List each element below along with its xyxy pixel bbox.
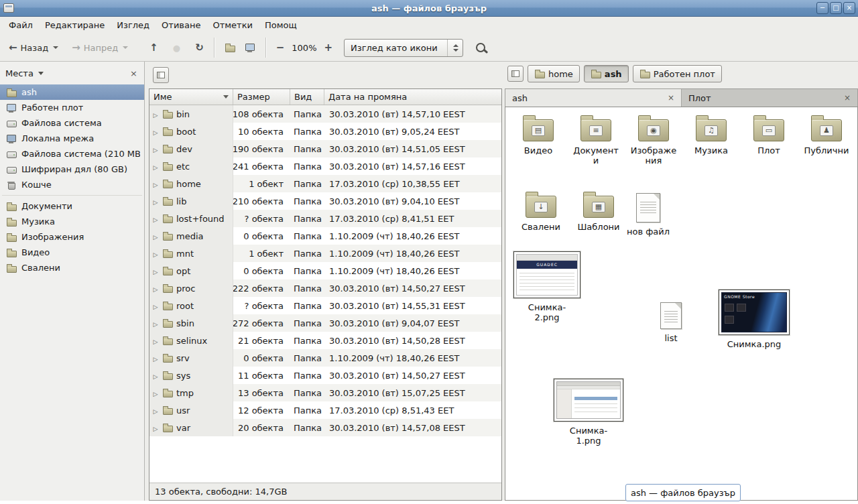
sidebar-item[interactable]: Файлова система (210 MB): [0, 146, 144, 162]
sidebar-item[interactable]: Работен плот: [0, 100, 144, 115]
table-row[interactable]: selinux 21 обекта Папка 30.03.2010 (вт) …: [149, 332, 501, 349]
file-list[interactable]: list: [643, 298, 699, 344]
table-row[interactable]: tmp 13 обекта Папка 30.03.2010 (вт) 15,0…: [149, 384, 501, 401]
expander-icon[interactable]: [152, 353, 159, 363]
column-header-type[interactable]: Вид: [290, 89, 324, 105]
folder-item[interactable]: ▤ Видео: [509, 113, 567, 166]
taskbar-window-button[interactable]: ash — файлов браузър: [625, 484, 741, 501]
sidebar-item[interactable]: Свалени: [0, 260, 144, 275]
pathbar-home-button[interactable]: home: [528, 65, 580, 82]
table-row[interactable]: sys 11 обекта Папка 30.03.2010 (вт) 14,5…: [149, 367, 501, 384]
column-header-modified[interactable]: Дата на промяна: [324, 89, 501, 105]
file-snimka-2[interactable]: GUADEC Снимка-2.png: [513, 251, 580, 323]
table-row[interactable]: lost+found ? обекта Папка 17.03.2010 (ср…: [149, 210, 501, 227]
sidebar-item[interactable]: Видео: [0, 245, 144, 260]
expander-icon[interactable]: [152, 318, 159, 328]
computer-button[interactable]: [240, 37, 260, 59]
pathbar-current-button[interactable]: ash: [584, 65, 629, 82]
table-row[interactable]: lib 210 обекта Папка 30.03.2010 (вт) 9,0…: [149, 192, 501, 210]
sidebar-item[interactable]: Кошче: [0, 177, 144, 192]
view-mode-select[interactable]: Изглед като икони: [344, 39, 463, 57]
sidebar-item[interactable]: Локална мрежа: [0, 131, 144, 146]
expander-icon[interactable]: [152, 388, 159, 398]
expander-icon[interactable]: [152, 231, 159, 241]
expander-icon[interactable]: [152, 371, 159, 381]
maximize-button[interactable]: □: [830, 2, 842, 14]
expander-icon[interactable]: [152, 249, 159, 259]
table-row[interactable]: usr 12 обекта Папка 17.03.2010 (ср) 8,51…: [149, 401, 501, 419]
folder-item[interactable]: ↓ Свалени: [512, 189, 570, 233]
up-button[interactable]: [145, 37, 163, 59]
table-row[interactable]: dev 190 обекта Папка 30.03.2010 (вт) 14,…: [149, 140, 501, 158]
zoom-out-button[interactable]: [271, 37, 290, 59]
folder-item[interactable]: ◉ Изображения: [625, 113, 682, 166]
sidebar-item[interactable]: Шифриран дял (80 GB): [0, 162, 144, 177]
table-row[interactable]: root ? обекта Папка 30.03.2010 (вт) 14,5…: [149, 297, 501, 314]
table-row[interactable]: var 20 обекта Папка 30.03.2010 (вт) 14,5…: [149, 419, 501, 436]
sidebar-item[interactable]: ash: [0, 84, 144, 100]
table-row[interactable]: srv 0 обекта Папка 1.10.2009 (чт) 18,40,…: [149, 349, 501, 367]
sidebar-item[interactable]: Документи: [0, 198, 144, 214]
file-snimka-1[interactable]: Снимка-1.png: [554, 379, 623, 446]
folder-item[interactable]: ♫ Музика: [682, 113, 740, 166]
expander-icon[interactable]: [152, 196, 159, 206]
menu-item[interactable]: Отиване: [156, 17, 206, 34]
expander-icon[interactable]: [152, 423, 159, 433]
expander-icon[interactable]: [152, 179, 159, 189]
expander-icon[interactable]: [152, 162, 159, 172]
reload-button[interactable]: [190, 37, 208, 59]
folder-item[interactable]: ▦ Шаблони: [570, 189, 627, 233]
table-row[interactable]: media 0 обекта Папка 1.10.2009 (чт) 18,4…: [149, 227, 501, 245]
back-dropdown-icon[interactable]: [53, 46, 58, 49]
search-button[interactable]: [471, 37, 490, 59]
expander-icon[interactable]: [152, 301, 159, 311]
zoom-in-button[interactable]: [320, 37, 338, 59]
expander-icon[interactable]: [152, 214, 159, 224]
pathbar-desktop-button[interactable]: Работен плот: [633, 65, 722, 82]
table-row[interactable]: home 1 обект Папка 17.03.2010 (ср) 10,38…: [149, 175, 501, 192]
menu-item[interactable]: Редактиране: [39, 17, 111, 34]
file-snimka[interactable]: GNOME Store Снимка.png: [719, 290, 790, 350]
table-row[interactable]: bin 108 обекта Папка 30.03.2010 (вт) 14,…: [149, 105, 501, 123]
pane-toggle-button[interactable]: [507, 66, 524, 82]
menu-item[interactable]: Помощ: [259, 17, 303, 34]
tab-close-icon[interactable]: ×: [668, 93, 674, 103]
tab-ash[interactable]: ash ×: [505, 89, 682, 107]
expander-icon[interactable]: [152, 284, 159, 294]
stop-button[interactable]: [168, 37, 185, 59]
sidebar-item[interactable]: Музика: [0, 214, 144, 229]
titlebar[interactable]: ash — файлов браузър ─ □ ×: [0, 0, 858, 17]
forward-button[interactable]: Напред: [67, 37, 133, 59]
tab-close-icon[interactable]: ×: [844, 93, 851, 103]
table-row[interactable]: etc 241 обекта Папка 30.03.2010 (вт) 14,…: [149, 158, 501, 175]
sidebar-title[interactable]: Места: [5, 68, 34, 78]
close-button[interactable]: ×: [843, 2, 855, 14]
back-button[interactable]: Назад: [4, 37, 63, 59]
table-row[interactable]: proc 222 обекта Папка 30.03.2010 (вт) 14…: [149, 279, 501, 297]
table-row[interactable]: sbin 272 обекта Папка 30.03.2010 (вт) 9,…: [149, 314, 501, 332]
folder-item[interactable]: ♟ Публични: [798, 113, 855, 166]
table-row[interactable]: boot 10 обекта Папка 30.03.2010 (вт) 9,0…: [149, 123, 501, 140]
folder-item[interactable]: ▭ Плот: [740, 113, 798, 166]
menu-item[interactable]: Файл: [3, 17, 39, 34]
expander-icon[interactable]: [152, 109, 159, 119]
folder-item[interactable]: ≡ Документи: [567, 113, 625, 166]
menu-item[interactable]: Отметки: [206, 17, 258, 34]
sidebar-item[interactable]: Файлова система: [0, 115, 144, 131]
column-header-name[interactable]: Име: [149, 89, 233, 105]
minimize-button[interactable]: ─: [816, 2, 829, 14]
sidebar-item[interactable]: Изображения: [0, 229, 144, 245]
file-new-file[interactable]: нов файл: [620, 189, 676, 237]
home-button[interactable]: [220, 37, 240, 59]
column-header-size[interactable]: Размер: [233, 89, 290, 105]
expander-icon[interactable]: [152, 127, 159, 137]
table-row[interactable]: opt 0 обекта Папка 1.10.2009 (чт) 18,40,…: [149, 262, 501, 279]
expander-icon[interactable]: [152, 144, 159, 154]
sidebar-close-icon[interactable]: ×: [130, 68, 137, 78]
expander-icon[interactable]: [152, 336, 159, 346]
menu-item[interactable]: Изглед: [111, 17, 156, 34]
expander-icon[interactable]: [152, 266, 159, 276]
pane-toggle-button[interactable]: [153, 67, 169, 83]
chevron-down-icon[interactable]: [38, 72, 44, 78]
tab-plot[interactable]: Плот ×: [682, 89, 857, 107]
